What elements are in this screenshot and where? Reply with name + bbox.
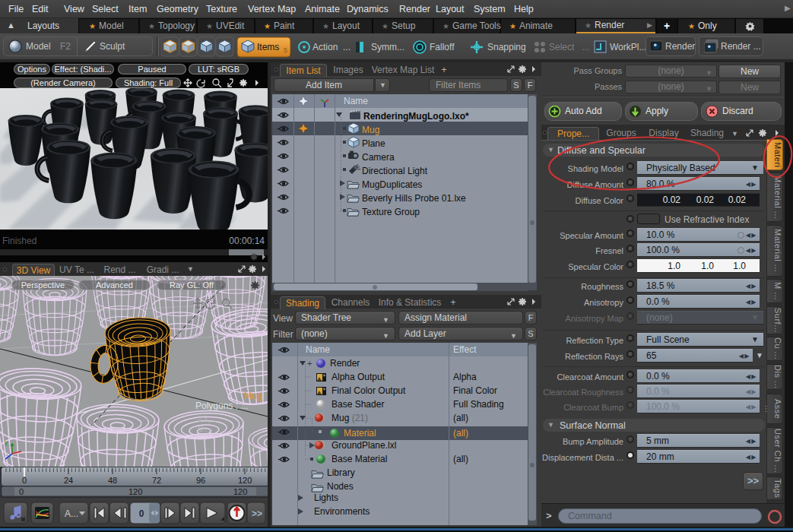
svg-text:Lights: Lights (314, 492, 338, 503)
svg-text:Name: Name (344, 96, 368, 106)
svg-text:Alpha: Alpha (453, 372, 477, 382)
svg-text:5: 5 (284, 46, 287, 54)
svg-text:RenderingMugLogo.lxo*: RenderingMugLogo.lxo* (363, 111, 469, 122)
svg-text:GroundPlane.lxl: GroundPlane.lxl (331, 440, 396, 451)
svg-text:96: 96 (196, 476, 205, 485)
svg-text:Camera: Camera (362, 152, 395, 163)
svg-text:MugDuplicates: MugDuplicates (362, 179, 422, 190)
svg-text:72: 72 (152, 476, 161, 485)
svg-text:Material: Material (344, 428, 376, 439)
svg-text:WorkPl...: WorkPl... (610, 42, 646, 52)
svg-text:Library: Library (327, 467, 355, 478)
svg-text:Directional Light: Directional Light (362, 166, 428, 176)
svg-text:Action ...: Action ... (312, 42, 351, 52)
svg-text:Polygons : ...: Polygons : ... (195, 401, 248, 411)
svg-text:Full Shading: Full Shading (453, 399, 504, 410)
svg-text:Effect: Effect (453, 344, 477, 355)
svg-text:Environments: Environments (314, 506, 370, 517)
svg-text:>>: >> (252, 508, 262, 519)
svg-text:Name: Name (306, 344, 330, 355)
svg-text:0 s, ...: 0 s, ... (198, 415, 218, 423)
svg-text:48: 48 (108, 476, 117, 485)
svg-text:+: + (307, 359, 312, 368)
svg-text:Render: Render (330, 358, 360, 369)
svg-text:Base Shader: Base Shader (331, 399, 384, 410)
svg-text:Mug: Mug (362, 125, 379, 135)
svg-text:120: 120 (238, 476, 252, 485)
svg-text:Plane: Plane (362, 138, 385, 149)
svg-text:Symm...: Symm... (371, 42, 404, 52)
svg-text:(all): (all) (453, 428, 468, 439)
svg-text:0: 0 (139, 508, 144, 519)
svg-text:24: 24 (64, 476, 73, 485)
svg-text:0: 0 (22, 476, 27, 485)
svg-text:Base Material: Base Material (331, 454, 387, 464)
svg-text:O...: O... (198, 425, 210, 433)
svg-text:Mug: Mug (244, 391, 262, 401)
svg-text:Alpha Output: Alpha Output (331, 372, 385, 382)
svg-text:Beverly Hills Probe 01.lxe: Beverly Hills Probe 01.lxe (362, 193, 466, 204)
svg-text:Final Color: Final Color (453, 385, 497, 396)
svg-text:Select ...: Select ... (549, 42, 589, 52)
svg-text:Snapping: Snapping (487, 42, 526, 52)
svg-text:(all): (all) (453, 413, 468, 423)
svg-text:Falloff: Falloff (430, 42, 455, 52)
svg-text:Items: Items (257, 42, 279, 52)
svg-text:(all): (all) (453, 454, 468, 464)
svg-text:A...: A... (65, 508, 78, 519)
svg-text:Mug (21): Mug (21) (331, 413, 368, 423)
svg-text:Final Color Output: Final Color Output (331, 385, 406, 396)
svg-text:y: y (5, 439, 8, 446)
svg-text:Texture Group: Texture Group (362, 207, 420, 217)
svg-text:Nodes: Nodes (327, 481, 354, 492)
